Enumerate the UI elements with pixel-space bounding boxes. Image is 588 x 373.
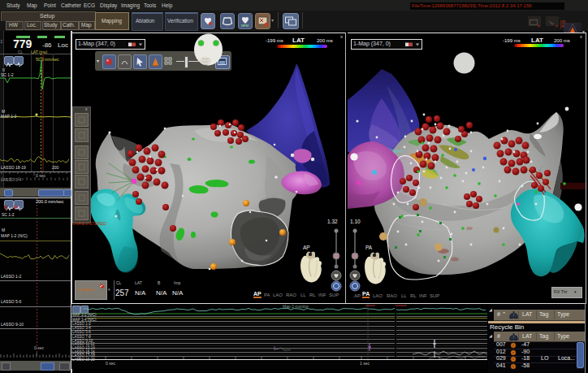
svg-text:MFM: MFM [241,24,249,28]
